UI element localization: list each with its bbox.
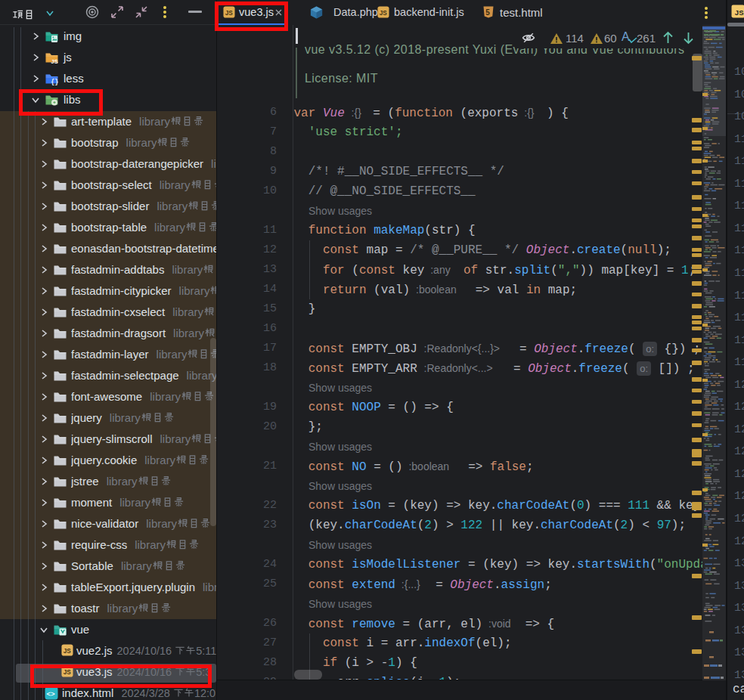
svg-text:JS: JS (380, 10, 388, 17)
svg-text:5: 5 (485, 8, 490, 17)
svg-text:<>: <> (46, 689, 55, 698)
svg-text:JS: JS (64, 648, 72, 655)
svg-text:{}: {} (51, 79, 58, 85)
svg-text:JS: JS (51, 58, 58, 64)
svg-text:JS: JS (735, 8, 744, 17)
